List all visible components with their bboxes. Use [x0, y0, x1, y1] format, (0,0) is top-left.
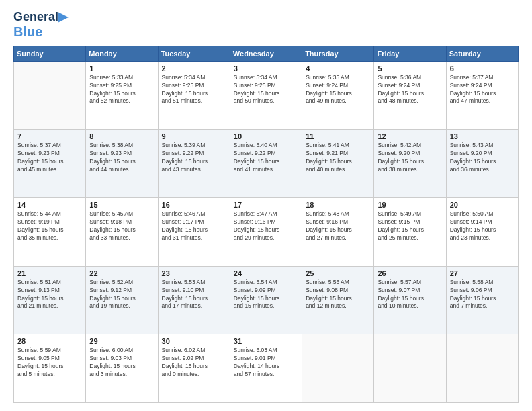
day-info: Sunrise: 5:48 AM Sunset: 9:16 PM Dayligh… — [306, 210, 370, 242]
day-number: 16 — [162, 201, 226, 209]
day-info: Sunrise: 5:40 AM Sunset: 9:22 PM Dayligh… — [234, 142, 298, 174]
week-row-3: 14Sunrise: 5:44 AM Sunset: 9:19 PM Dayli… — [14, 198, 519, 267]
calendar-cell: 27Sunrise: 5:58 AM Sunset: 9:06 PM Dayli… — [446, 266, 518, 334]
day-info: Sunrise: 5:56 AM Sunset: 9:08 PM Dayligh… — [306, 279, 370, 311]
day-number: 19 — [378, 201, 442, 209]
day-info: Sunrise: 6:03 AM Sunset: 9:01 PM Dayligh… — [234, 347, 298, 379]
day-number: 6 — [450, 64, 515, 73]
day-number: 7 — [17, 132, 82, 140]
day-info: Sunrise: 6:02 AM Sunset: 9:02 PM Dayligh… — [162, 347, 226, 379]
logo-text: General▶ — [13, 11, 68, 24]
day-info: Sunrise: 5:39 AM Sunset: 9:22 PM Dayligh… — [162, 142, 226, 174]
calendar-cell: 6Sunrise: 5:37 AM Sunset: 9:24 PM Daylig… — [446, 61, 518, 130]
day-info: Sunrise: 5:35 AM Sunset: 9:24 PM Dayligh… — [306, 74, 370, 106]
day-info: Sunrise: 5:45 AM Sunset: 9:18 PM Dayligh… — [89, 210, 154, 242]
day-info: Sunrise: 5:38 AM Sunset: 9:23 PM Dayligh… — [89, 142, 154, 174]
day-info: Sunrise: 5:43 AM Sunset: 9:20 PM Dayligh… — [450, 142, 515, 174]
day-number: 15 — [89, 201, 154, 209]
day-info: Sunrise: 5:54 AM Sunset: 9:09 PM Dayligh… — [234, 279, 298, 311]
day-info: Sunrise: 5:57 AM Sunset: 9:07 PM Dayligh… — [378, 279, 442, 311]
calendar-cell: 29Sunrise: 6:00 AM Sunset: 9:03 PM Dayli… — [86, 334, 158, 403]
weekday-header-monday: Monday — [86, 46, 158, 61]
day-number: 27 — [450, 269, 515, 277]
calendar-cell: 16Sunrise: 5:46 AM Sunset: 9:17 PM Dayli… — [158, 198, 230, 267]
day-number: 11 — [306, 132, 370, 140]
calendar-cell: 26Sunrise: 5:57 AM Sunset: 9:07 PM Dayli… — [374, 266, 446, 334]
day-info: Sunrise: 5:37 AM Sunset: 9:23 PM Dayligh… — [17, 142, 82, 174]
calendar-cell: 9Sunrise: 5:39 AM Sunset: 9:22 PM Daylig… — [158, 130, 230, 198]
day-number: 25 — [306, 269, 370, 277]
weekday-header-tuesday: Tuesday — [158, 46, 230, 61]
weekday-header-wednesday: Wednesday — [230, 46, 302, 61]
day-number: 10 — [234, 132, 298, 140]
week-row-1: 1Sunrise: 5:33 AM Sunset: 9:25 PM Daylig… — [14, 61, 519, 130]
page: General▶ Blue SundayMondayTuesdayWednesd… — [0, 0, 532, 411]
calendar-cell: 10Sunrise: 5:40 AM Sunset: 9:22 PM Dayli… — [230, 130, 302, 198]
calendar-cell: 2Sunrise: 5:34 AM Sunset: 9:25 PM Daylig… — [158, 61, 230, 130]
day-number: 12 — [378, 132, 442, 140]
calendar-cell — [302, 334, 374, 403]
day-number: 1 — [89, 64, 154, 73]
calendar-cell: 12Sunrise: 5:42 AM Sunset: 9:20 PM Dayli… — [374, 130, 446, 198]
day-number: 28 — [17, 337, 82, 345]
day-number: 31 — [234, 337, 298, 345]
day-number: 18 — [306, 201, 370, 209]
day-info: Sunrise: 5:36 AM Sunset: 9:24 PM Dayligh… — [378, 74, 442, 106]
day-number: 30 — [162, 337, 226, 345]
day-info: Sunrise: 5:42 AM Sunset: 9:20 PM Dayligh… — [378, 142, 442, 174]
day-info: Sunrise: 5:47 AM Sunset: 9:16 PM Dayligh… — [234, 210, 298, 242]
calendar-cell: 31Sunrise: 6:03 AM Sunset: 9:01 PM Dayli… — [230, 334, 302, 403]
day-number: 3 — [234, 64, 298, 73]
day-info: Sunrise: 5:34 AM Sunset: 9:25 PM Dayligh… — [234, 74, 298, 106]
day-info: Sunrise: 5:46 AM Sunset: 9:17 PM Dayligh… — [162, 210, 226, 242]
weekday-header-row: SundayMondayTuesdayWednesdayThursdayFrid… — [14, 46, 519, 61]
calendar-cell — [14, 61, 86, 130]
week-row-5: 28Sunrise: 5:59 AM Sunset: 9:05 PM Dayli… — [14, 334, 519, 403]
calendar-table: SundayMondayTuesdayWednesdayThursdayFrid… — [13, 46, 519, 403]
day-number: 9 — [162, 132, 226, 140]
weekday-header-saturday: Saturday — [446, 46, 518, 61]
calendar-cell: 5Sunrise: 5:36 AM Sunset: 9:24 PM Daylig… — [374, 61, 446, 130]
day-info: Sunrise: 5:33 AM Sunset: 9:25 PM Dayligh… — [89, 74, 154, 106]
calendar-cell: 25Sunrise: 5:56 AM Sunset: 9:08 PM Dayli… — [302, 266, 374, 334]
calendar-cell: 20Sunrise: 5:50 AM Sunset: 9:14 PM Dayli… — [446, 198, 518, 267]
day-info: Sunrise: 5:59 AM Sunset: 9:05 PM Dayligh… — [17, 347, 82, 379]
calendar-cell: 18Sunrise: 5:48 AM Sunset: 9:16 PM Dayli… — [302, 198, 374, 267]
day-info: Sunrise: 5:37 AM Sunset: 9:24 PM Dayligh… — [450, 74, 515, 106]
day-number: 13 — [450, 132, 515, 140]
calendar-cell: 13Sunrise: 5:43 AM Sunset: 9:20 PM Dayli… — [446, 130, 518, 198]
calendar-cell: 15Sunrise: 5:45 AM Sunset: 9:18 PM Dayli… — [86, 198, 158, 267]
day-number: 29 — [89, 337, 154, 345]
calendar-cell: 22Sunrise: 5:52 AM Sunset: 9:12 PM Dayli… — [86, 266, 158, 334]
day-info: Sunrise: 5:41 AM Sunset: 9:21 PM Dayligh… — [306, 142, 370, 174]
day-number: 23 — [162, 269, 226, 277]
calendar-cell: 4Sunrise: 5:35 AM Sunset: 9:24 PM Daylig… — [302, 61, 374, 130]
calendar-cell: 11Sunrise: 5:41 AM Sunset: 9:21 PM Dayli… — [302, 130, 374, 198]
day-number: 22 — [89, 269, 154, 277]
day-info: Sunrise: 5:50 AM Sunset: 9:14 PM Dayligh… — [450, 210, 515, 242]
header: General▶ Blue — [13, 11, 519, 39]
logo-blue: Blue — [13, 24, 42, 39]
weekday-header-friday: Friday — [374, 46, 446, 61]
day-info: Sunrise: 5:49 AM Sunset: 9:15 PM Dayligh… — [378, 210, 442, 242]
calendar-cell: 28Sunrise: 5:59 AM Sunset: 9:05 PM Dayli… — [14, 334, 86, 403]
weekday-header-thursday: Thursday — [302, 46, 374, 61]
day-number: 17 — [234, 201, 298, 209]
calendar-cell: 14Sunrise: 5:44 AM Sunset: 9:19 PM Dayli… — [14, 198, 86, 267]
day-number: 4 — [306, 64, 370, 73]
calendar-cell: 7Sunrise: 5:37 AM Sunset: 9:23 PM Daylig… — [14, 130, 86, 198]
calendar-cell: 3Sunrise: 5:34 AM Sunset: 9:25 PM Daylig… — [230, 61, 302, 130]
week-row-2: 7Sunrise: 5:37 AM Sunset: 9:23 PM Daylig… — [14, 130, 519, 198]
calendar-cell: 30Sunrise: 6:02 AM Sunset: 9:02 PM Dayli… — [158, 334, 230, 403]
day-number: 26 — [378, 269, 442, 277]
day-number: 20 — [450, 201, 515, 209]
day-info: Sunrise: 5:53 AM Sunset: 9:10 PM Dayligh… — [162, 279, 226, 311]
day-number: 2 — [162, 64, 226, 73]
calendar-cell: 1Sunrise: 5:33 AM Sunset: 9:25 PM Daylig… — [86, 61, 158, 130]
day-info: Sunrise: 5:51 AM Sunset: 9:13 PM Dayligh… — [17, 279, 82, 311]
calendar-cell — [374, 334, 446, 403]
logo: General▶ Blue — [13, 11, 68, 39]
calendar-cell: 19Sunrise: 5:49 AM Sunset: 9:15 PM Dayli… — [374, 198, 446, 267]
calendar-cell: 17Sunrise: 5:47 AM Sunset: 9:16 PM Dayli… — [230, 198, 302, 267]
day-info: Sunrise: 5:58 AM Sunset: 9:06 PM Dayligh… — [450, 279, 515, 311]
